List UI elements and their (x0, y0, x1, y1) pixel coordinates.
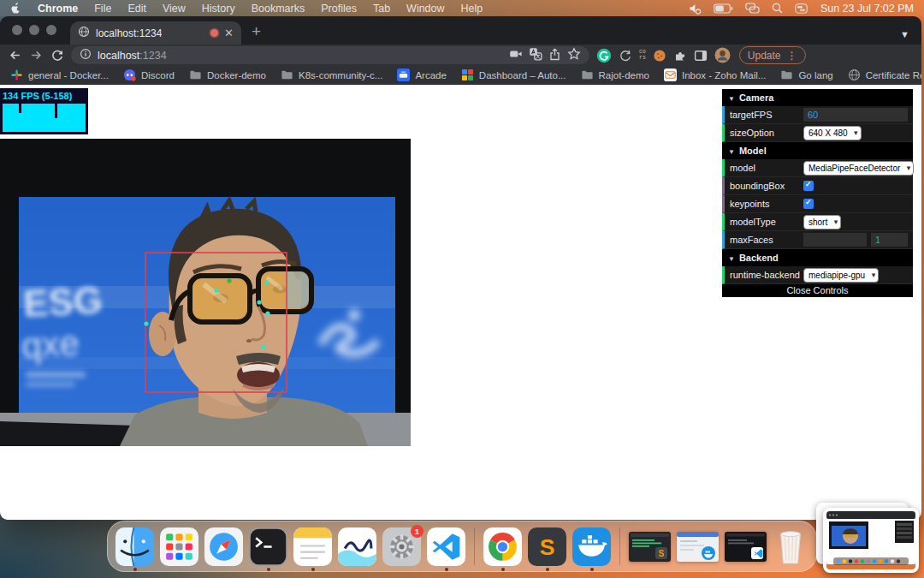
bookmark-inbox-zoho-mail-[interactable]: Inbox - Zoho Mail... (664, 69, 766, 83)
cookie-extension-icon[interactable] (653, 49, 666, 63)
select-dropdown[interactable]: 640 X 480 (803, 126, 862, 140)
gui-row-control: short (803, 215, 908, 229)
share-icon[interactable] (548, 48, 561, 63)
menu-item-bookmarks[interactable]: Bookmarks (252, 3, 305, 15)
bookmark-label: Rajot-demo (599, 70, 649, 80)
bookmark-discord[interactable]: Discord (123, 69, 175, 83)
dock-item-sublime-text[interactable]: S (528, 527, 566, 566)
display-mirroring-icon[interactable] (745, 3, 760, 14)
close-controls-button[interactable]: Close Controls (722, 284, 913, 297)
running-indicator (445, 568, 448, 571)
address-bar[interactable]: localhost:1234 (71, 46, 589, 64)
extensions-puzzle-icon[interactable] (673, 49, 687, 63)
screenshot-preview[interactable] (823, 508, 919, 573)
web-page: 134 FPS (5-158) (0, 85, 921, 520)
bookmark-star-icon[interactable] (567, 47, 581, 63)
dock-item-docker[interactable] (572, 527, 611, 566)
bookmark-certificate-request[interactable]: Certificate Request (848, 69, 921, 83)
dock-item-trash[interactable] (773, 527, 808, 566)
checkbox-checked[interactable] (803, 199, 814, 209)
number-input[interactable]: 60 (803, 108, 908, 122)
tab-close-icon[interactable]: ✕ (224, 27, 234, 39)
forward-icon[interactable] (29, 48, 44, 63)
control-center-icon[interactable] (795, 3, 808, 14)
gui-folder-backend[interactable]: ▼Backend (722, 249, 913, 266)
select-dropdown[interactable]: mediapipe-gpu (803, 268, 879, 283)
bookmark-k8s-community-c-[interactable]: K8s-community-c... (281, 69, 382, 83)
tab-search-chevron-icon[interactable]: ▼ (900, 29, 909, 39)
dock-item-freeform[interactable] (338, 527, 376, 566)
svg-text:S: S (659, 549, 665, 558)
side-panel-icon[interactable] (694, 49, 708, 63)
face-keypoint (227, 278, 231, 283)
dock-item-launchpad[interactable] (160, 527, 198, 566)
bookmark-label: Dashboard – Auto... (479, 70, 566, 80)
profile-avatar[interactable] (714, 47, 731, 63)
menu-item-file[interactable]: File (94, 3, 111, 15)
dock-item-terminal[interactable] (249, 527, 287, 566)
dock-item-system-settings[interactable]: 1 (382, 527, 421, 566)
menu-item-tab[interactable]: Tab (373, 3, 390, 15)
bookmark-label: Inbox - Zoho Mail... (682, 70, 766, 80)
bookmark-dashboard-auto-[interactable]: Dashboard – Auto... (461, 69, 566, 83)
select-dropdown[interactable]: MediaPipeFaceDetector (803, 161, 914, 176)
gui-row-label: maxFaces (730, 235, 803, 245)
apple-menu-icon[interactable] (10, 2, 21, 15)
checkbox-checked[interactable] (803, 181, 814, 191)
gui-folder-model[interactable]: ▼Model (722, 142, 913, 159)
menu-item-history[interactable]: History (202, 3, 235, 15)
zoom-window-button[interactable] (46, 25, 56, 35)
new-tab-button[interactable]: + (252, 23, 261, 39)
translate-icon[interactable] (529, 47, 542, 63)
close-window-button[interactable] (12, 25, 22, 35)
battery-icon[interactable] (714, 3, 733, 14)
dock-item-finder[interactable] (116, 527, 154, 566)
bookmark-label: K8s-community-c... (299, 70, 382, 80)
recycle-extension-icon[interactable] (619, 49, 632, 63)
running-indicator (311, 568, 315, 571)
dock-item-vscode[interactable] (427, 527, 465, 566)
spotlight-icon[interactable] (772, 3, 783, 14)
gui-row-label: targetFPS (730, 110, 803, 120)
site-info-icon[interactable] (80, 48, 92, 63)
dock-item-window-docker[interactable] (677, 532, 719, 562)
menu-clock[interactable]: Sun 23 Jul 7:02 PM (820, 3, 914, 15)
bookmark-docker-demo[interactable]: Docker-demo (189, 69, 266, 83)
desktop: ChromeFileEditViewHistoryBookmarksProfil… (0, 0, 924, 578)
speaker-icon[interactable] (689, 3, 702, 15)
bookmark-go-lang[interactable]: Go lang (780, 69, 832, 83)
camera-permission-icon[interactable] (509, 47, 523, 63)
bookmark-arcade[interactable]: Arcade (397, 69, 446, 83)
bookmark-general-docker-[interactable]: general - Docker... (10, 69, 109, 83)
menu-item-help[interactable]: Help (461, 3, 483, 15)
dock-item-window-sublime[interactable]: S (629, 532, 671, 562)
cors-extension-icon[interactable]: cors (639, 50, 646, 60)
menu-item-chrome[interactable]: Chrome (38, 3, 78, 15)
menu-item-edit[interactable]: Edit (127, 3, 146, 15)
minimize-window-button[interactable] (29, 25, 39, 35)
bookmark-rajot-demo[interactable]: Rajot-demo (581, 69, 649, 83)
back-icon[interactable] (8, 48, 22, 63)
grammarly-extension-icon[interactable] (596, 48, 612, 63)
url-host: localhost (98, 50, 139, 62)
menu-item-profiles[interactable]: Profiles (321, 3, 357, 15)
slider-track[interactable] (803, 233, 867, 247)
gui-row-label: model (730, 163, 803, 173)
gui-row-control: mediapipe-gpu (803, 268, 908, 283)
menu-item-view[interactable]: View (163, 3, 186, 15)
chrome-update-button[interactable]: Update ⋮ (739, 46, 806, 64)
dock-item-notes[interactable] (293, 527, 332, 566)
menu-item-window[interactable]: Window (406, 3, 444, 15)
running-indicator (267, 568, 270, 571)
dock-item-safari[interactable] (204, 527, 243, 566)
fps-stats-panel[interactable]: 134 FPS (5-158) (0, 88, 88, 138)
browser-menu-icon[interactable]: ⋮ (787, 50, 797, 62)
select-dropdown[interactable]: short (803, 215, 841, 229)
browser-tab[interactable]: localhost:1234 ✕ (70, 21, 241, 45)
dock-item-chrome[interactable] (483, 527, 522, 566)
slider-value[interactable]: 1 (871, 233, 908, 247)
reload-icon[interactable] (50, 49, 64, 63)
gui-folder-camera[interactable]: ▼Camera (722, 89, 913, 106)
dock-item-window-vscode[interactable] (725, 532, 767, 562)
discord-icon (123, 69, 136, 83)
